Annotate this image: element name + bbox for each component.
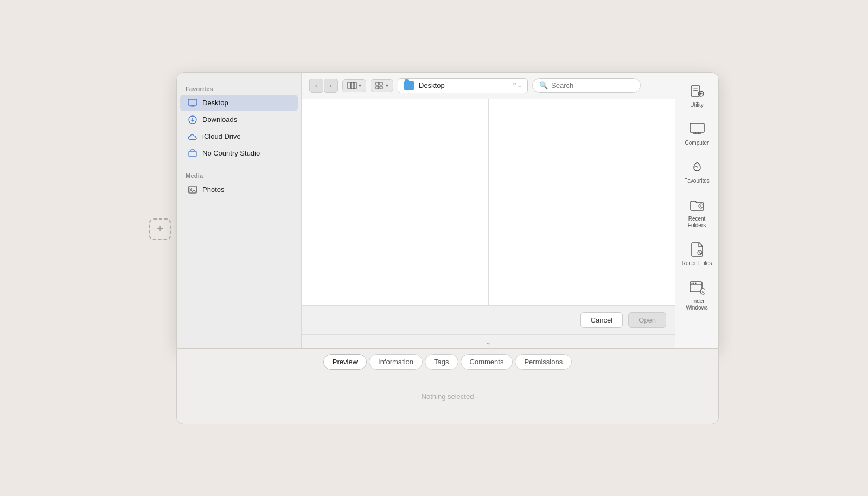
svg-rect-11 [380, 82, 382, 85]
svg-rect-18 [690, 123, 704, 132]
dialog-footer: Cancel Open [302, 305, 675, 334]
right-panel-favourites[interactable]: Favourites [679, 154, 716, 189]
tab-tags[interactable]: Tags [425, 354, 458, 370]
sidebar-item-icloud[interactable]: iCloud Drive [180, 128, 298, 145]
svg-rect-16 [693, 90, 698, 91]
finder-windows-label: Finder Windows [681, 298, 713, 311]
recent-files-icon [688, 241, 706, 258]
svg-rect-2 [192, 105, 194, 106]
finder-windows-icon [688, 279, 706, 296]
drag-handle-icon: ⌃ [485, 337, 492, 346]
sidebar-label-photos: Photos [202, 185, 224, 194]
nothing-selected-text: - Nothing selected - [417, 392, 478, 401]
svg-point-22 [691, 282, 692, 284]
tab-information[interactable]: Information [369, 354, 423, 370]
column-view-button[interactable]: ▾ [342, 79, 366, 92]
recent-files-label: Recent Files [682, 260, 712, 267]
downloads-icon [188, 115, 197, 125]
right-panel-utility[interactable]: Utility [679, 78, 716, 113]
tab-preview[interactable]: Preview [323, 354, 367, 370]
icloud-icon [188, 132, 197, 141]
info-content: - Nothing selected - [177, 370, 718, 424]
tab-comments[interactable]: Comments [461, 354, 513, 370]
svg-point-23 [693, 282, 694, 284]
sidebar-label-icloud: iCloud Drive [202, 132, 241, 140]
sidebar: Favorites Desktop [177, 73, 302, 348]
toolbar: ‹ › ▾ [302, 73, 675, 99]
cancel-button[interactable]: Cancel [580, 312, 623, 328]
tab-permissions[interactable]: Permissions [515, 354, 572, 370]
svg-point-26 [701, 291, 703, 292]
svg-rect-15 [693, 88, 698, 89]
drag-handle[interactable]: ⌃ [302, 334, 675, 348]
folder-icon [404, 81, 414, 90]
location-arrows: ⌃⌄ [512, 82, 522, 89]
location-label: Desktop [419, 81, 508, 89]
info-tabs: Preview Information Tags Comments Permis… [177, 349, 718, 370]
recent-folders-label: Recent Folders [681, 216, 713, 229]
dialog-body: ‹ › ▾ [302, 73, 675, 348]
file-pane-1 [302, 99, 489, 305]
open-button[interactable]: Open [628, 312, 666, 328]
nav-buttons: ‹ › [309, 79, 338, 93]
svg-point-27 [703, 291, 704, 292]
sidebar-label-downloads: Downloads [202, 115, 237, 124]
svg-rect-13 [380, 86, 382, 89]
svg-rect-10 [376, 82, 379, 85]
right-panel-finder-windows[interactable]: Finder Windows [679, 274, 716, 315]
search-box[interactable]: 🔍 [532, 78, 641, 93]
sidebar-label-studio: No Country Studio [202, 149, 260, 157]
recent-folders-icon [688, 196, 706, 214]
sidebar-item-downloads[interactable]: Downloads [180, 112, 298, 128]
favorites-section-label: Favorites [177, 81, 301, 94]
right-panel-recent-files[interactable]: Recent Files [679, 236, 716, 271]
sidebar-item-desktop[interactable]: Desktop [180, 95, 298, 111]
svg-rect-12 [376, 86, 379, 89]
right-panel-recent-folders[interactable]: Recent Folders [679, 192, 716, 233]
right-panel: Utility Computer [675, 73, 718, 348]
info-panel: Preview Information Tags Comments Permis… [176, 349, 719, 424]
file-pane-2 [489, 99, 675, 305]
svg-point-24 [695, 282, 696, 284]
svg-point-25 [700, 289, 705, 294]
file-dialog: Favorites Desktop [176, 72, 719, 349]
svg-rect-8 [351, 82, 354, 89]
favourites-label: Favourites [684, 178, 710, 184]
computer-label: Computer [685, 140, 709, 146]
svg-rect-9 [354, 82, 356, 89]
right-panel-computer[interactable]: Computer [679, 116, 716, 151]
grid-view-button[interactable]: ▾ [371, 79, 393, 92]
sidebar-label-desktop: Desktop [202, 99, 228, 107]
utility-icon [688, 82, 706, 100]
utility-label: Utility [690, 102, 703, 108]
add-button[interactable]: + [149, 218, 171, 240]
location-dropdown[interactable]: Desktop ⌃⌄ [398, 78, 528, 93]
search-icon: 🔍 [539, 81, 548, 89]
search-input[interactable] [551, 81, 634, 89]
sidebar-item-photos[interactable]: Photos [180, 182, 298, 198]
svg-rect-7 [348, 82, 350, 89]
svg-rect-4 [189, 151, 196, 157]
back-button[interactable]: ‹ [309, 79, 323, 93]
svg-point-6 [190, 188, 192, 189]
svg-rect-0 [188, 99, 197, 105]
file-panes [302, 99, 675, 305]
desktop-icon [188, 98, 197, 108]
sidebar-item-no-country-studio[interactable]: No Country Studio [180, 145, 298, 162]
studio-icon [188, 149, 197, 158]
computer-icon [688, 120, 706, 138]
svg-rect-5 [189, 186, 197, 193]
favourites-icon [688, 158, 706, 176]
photos-icon [188, 185, 197, 195]
forward-button[interactable]: › [324, 79, 338, 93]
media-section-label: Media [177, 168, 301, 181]
